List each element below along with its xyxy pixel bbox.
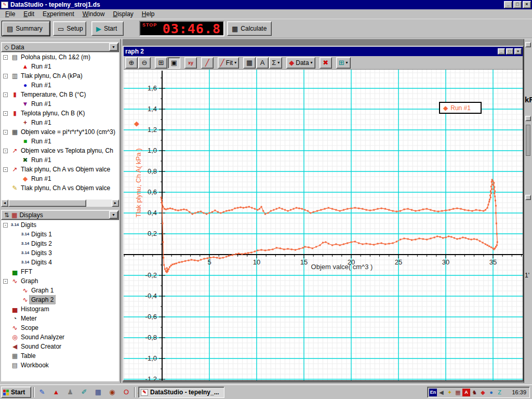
tree-item-display[interactable]: ◀Sound Creator xyxy=(1,342,119,351)
smart-tool-button[interactable]: xy xyxy=(184,57,197,69)
legend[interactable]: ◆ Run #1 xyxy=(439,102,482,114)
scroll-right-button[interactable]: ► xyxy=(112,200,119,207)
close-button[interactable]: × xyxy=(523,1,531,8)
scroll-track[interactable] xyxy=(8,200,112,207)
tree-item-run[interactable]: ●Run #1 xyxy=(1,81,119,90)
tree-item-display-child[interactable]: 3.14Digits 2 xyxy=(1,239,119,248)
scheduler-icon[interactable]: ▦ xyxy=(454,389,462,396)
calculate-button[interactable]: ▦ Calculate xyxy=(227,21,272,36)
tree-item-display[interactable]: ▅Histogram xyxy=(1,304,119,314)
remove-button[interactable]: ✖ xyxy=(320,57,332,69)
volume-icon[interactable]: ◀ xyxy=(437,389,445,396)
setup-button[interactable]: ▭ Setup xyxy=(53,21,86,36)
graph-plot-area[interactable]: 51015202530351,61,41,21,00,80,60,40,2-0,… xyxy=(124,70,523,380)
quicklaunch-opera-icon[interactable]: O xyxy=(122,388,131,397)
network-globe-icon[interactable]: ● xyxy=(487,389,495,396)
y-axis-title[interactable]: Tlak plynu, Ch A( kPa ) xyxy=(135,149,142,218)
maximize-button[interactable]: □ xyxy=(513,1,522,8)
zoom-select-button[interactable]: ⊞ xyxy=(155,57,167,69)
tree-item-display[interactable]: ∿Scope xyxy=(1,323,119,332)
expand-collapse-box[interactable]: - xyxy=(3,55,8,60)
graph-window-titlebar[interactable]: raph 2 _□× xyxy=(124,47,523,56)
zoom-in-button[interactable]: ⊕ xyxy=(125,57,138,69)
data-tree-hscrollbar[interactable]: ◄ ► xyxy=(1,200,119,207)
expand-collapse-box[interactable]: - xyxy=(3,111,8,116)
expand-collapse-box[interactable]: - xyxy=(3,130,8,135)
scale-lock-button[interactable]: ▣ xyxy=(168,57,180,69)
diamond-tool-icon[interactable]: ◆ xyxy=(479,389,487,396)
menu-display[interactable]: Display xyxy=(109,9,137,19)
tree-item-display[interactable]: ▦Table xyxy=(1,351,119,361)
displays-panel-header[interactable]: ⇅ ▦ Displays ▼ xyxy=(1,210,119,220)
tree-item-display[interactable]: -∿Graph xyxy=(1,276,119,286)
keyboard-layout-indicator[interactable]: En xyxy=(429,389,437,396)
graph-window[interactable]: raph 2 _□× ⊕⊖⊞▣xy╱╱Fit▾▦AΣ▾◆Data▾✖⊞▾ 510… xyxy=(123,46,524,381)
fit-menu-button[interactable]: ╱Fit▾ xyxy=(218,57,239,69)
tree-item-run[interactable]: ✖Run #1 xyxy=(1,155,119,165)
expand-collapse-box[interactable]: - xyxy=(3,167,8,172)
scroll-left-button[interactable]: ◄ xyxy=(1,200,8,207)
maximize-button[interactable]: □ xyxy=(506,48,513,55)
x-axis-title[interactable]: Objem valce( cm^3 ) xyxy=(311,263,373,271)
expand-collapse-box[interactable]: - xyxy=(3,92,8,97)
minimize-button[interactable]: _ xyxy=(504,1,512,8)
tree-item-data[interactable]: -▤Poloha pistu, Ch 1&2 (m) xyxy=(1,52,119,62)
tree-item-data[interactable]: -▦Objem valce = pi*r*r*y*100 (cm^3) xyxy=(1,127,119,137)
menu-experiment[interactable]: Experiment xyxy=(38,9,78,19)
quicklaunch-media-icon[interactable]: ◉ xyxy=(108,388,117,397)
data-menu-button[interactable]: ◆Data▾ xyxy=(286,57,315,69)
tree-item-display-child[interactable]: 3.14Digits 4 xyxy=(1,258,119,267)
menu-help[interactable]: Help xyxy=(138,9,159,19)
tree-item-run[interactable]: +Run #1 xyxy=(1,118,119,127)
tree-item-display[interactable]: ◔Meter xyxy=(1,314,119,323)
data-panel-header[interactable]: ◇ Data ▼ xyxy=(1,42,119,52)
slope-tool-button[interactable]: ╱ xyxy=(201,57,214,69)
tree-item-display[interactable]: ▅FFT xyxy=(1,267,119,276)
menu-window[interactable]: Window xyxy=(78,9,109,19)
brush-icon[interactable]: ✦ xyxy=(446,389,454,396)
graph-settings-button[interactable]: ⊞▾ xyxy=(336,57,351,69)
start-button[interactable]: ▶ Start xyxy=(91,21,124,36)
tree-item-data[interactable]: -▥Tlak plynu, Ch A (kPa) xyxy=(1,71,119,81)
tree-item-data[interactable]: ✎Tlak plynu, Ch A vs Objem valce xyxy=(1,183,119,193)
expand-collapse-box[interactable]: - xyxy=(3,74,8,78)
tree-item-display-child[interactable]: ∿Graph 2 xyxy=(1,295,119,304)
minimize-button[interactable]: _ xyxy=(498,48,505,55)
taskbar-task-button[interactable]: ✎ DataStudio - tepelny_... xyxy=(138,387,224,398)
tree-item-run[interactable]: ◆Run #1 xyxy=(1,174,119,183)
summary-button[interactable]: ▤ Summary xyxy=(2,21,50,36)
quicklaunch-notes-icon[interactable]: ✎ xyxy=(37,388,47,397)
quicklaunch-calculator-icon[interactable]: ▦ xyxy=(94,388,103,397)
data-panel-dropdown-button[interactable]: ▼ xyxy=(109,43,118,51)
modem-icon[interactable]: Z xyxy=(496,389,503,396)
tree-item-run[interactable]: ▲Run #1 xyxy=(1,62,119,71)
expand-collapse-box[interactable]: - xyxy=(3,223,8,228)
scroll-thumb[interactable] xyxy=(8,200,86,207)
menu-file[interactable]: File xyxy=(1,9,19,19)
taskbar-start-button[interactable]: Start xyxy=(1,387,31,398)
tree-item-display-child[interactable]: 3.14Digits 3 xyxy=(1,248,119,258)
tree-item-display[interactable]: ◎Sound Analyzer xyxy=(1,332,119,342)
tree-item-data[interactable]: -↗Objem valce vs Teplota plynu, Ch xyxy=(1,146,119,155)
text-annotation-button[interactable]: A xyxy=(256,57,269,69)
tree-item-run[interactable]: ■Run #1 xyxy=(1,137,119,146)
expand-collapse-box[interactable]: - xyxy=(3,149,8,153)
tree-item-data[interactable]: -▮Temperature, Ch B (°C) xyxy=(1,90,119,99)
tree-item-display-child[interactable]: ∿Graph 1 xyxy=(1,286,119,295)
ati-icon[interactable]: A xyxy=(462,389,470,396)
zoom-out-button[interactable]: ⊖ xyxy=(138,57,151,69)
expand-collapse-box[interactable]: - xyxy=(3,279,8,284)
tree-item-display[interactable]: ▤Workbook xyxy=(1,361,119,370)
tree-item-display-child[interactable]: 3.14Digits 1 xyxy=(1,230,119,239)
statistics-button[interactable]: Σ▾ xyxy=(269,57,282,69)
app-titlebar[interactable]: ✎ DataStudio - tepelny_stroj1.ds _□× xyxy=(0,0,532,9)
tree-item-data[interactable]: -↗Tlak plynu, Ch A vs Objem valce xyxy=(1,165,119,174)
tree-item-display[interactable]: -3.14Digits xyxy=(1,220,119,230)
close-button[interactable]: × xyxy=(514,48,522,55)
quicklaunch-acrobat-icon[interactable]: ▲ xyxy=(51,388,61,397)
displays-panel-dropdown-button[interactable]: ▼ xyxy=(109,211,118,219)
menu-edit[interactable]: Edit xyxy=(19,9,38,19)
tree-item-run[interactable]: ▼Run #1 xyxy=(1,99,119,109)
quicklaunch-paint-icon[interactable]: ✐ xyxy=(79,388,89,397)
quicklaunch-bird-icon[interactable]: ♟ xyxy=(65,388,75,397)
